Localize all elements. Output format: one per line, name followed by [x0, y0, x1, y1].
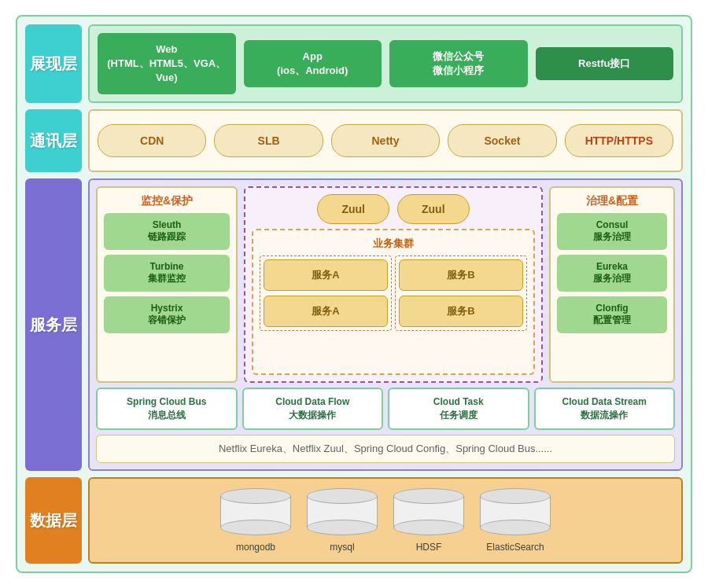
- comm-box-slb: SLB: [214, 124, 323, 157]
- monitor-sleuth: Sleuth链路跟踪: [104, 213, 230, 250]
- biz-serviceA-1: 服务A: [264, 259, 388, 291]
- comm-box-socket: Socket: [448, 124, 556, 157]
- presentation-layer-row: 展现层 Web(HTML、HTML5、VGA、Vue) App(ios、Andr…: [25, 24, 683, 103]
- db-mongodb: mongodb: [220, 488, 291, 553]
- db-elasticsearch: ElasticSearch: [480, 488, 551, 553]
- db-mysql-label: mysql: [330, 542, 354, 553]
- presentation-content: Web(HTML、HTML5、VGA、Vue) App(ios、Android)…: [88, 24, 683, 103]
- data-content: mongodb mysql HDSF: [88, 477, 683, 564]
- service-layer-row: 服务层 监控&保护 Sleuth链路跟踪 Turbine集群监控 Hystrix…: [25, 178, 683, 471]
- db-mongodb-bottom: [220, 520, 291, 535]
- service-top-area: 监控&保护 Sleuth链路跟踪 Turbine集群监控 Hystrix容错保护…: [96, 186, 675, 383]
- pres-box-restfu: Restfu接口: [536, 47, 674, 80]
- zuul-box-2: Zuul: [397, 194, 470, 224]
- gov-consul: Consul服务治理: [557, 213, 667, 250]
- db-hdsf-label: HDSF: [416, 542, 442, 553]
- gov-clonfig: Clonfig配置管理: [557, 296, 667, 333]
- db-mysql-top: [307, 488, 378, 504]
- cloud-tool-task: Cloud Task任务调度: [388, 388, 529, 430]
- communication-content: CDN SLB Netty Socket HTTP/HTTPS: [88, 109, 683, 172]
- db-mongodb-label: mongodb: [236, 542, 275, 553]
- zuul-row: Zuul Zuul: [252, 194, 535, 224]
- db-elasticsearch-label: ElasticSearch: [486, 542, 544, 553]
- comm-box-cdn: CDN: [98, 124, 206, 157]
- biz-grid: 服务A 服务A 服务B 服务B: [260, 255, 527, 331]
- cloud-tool-stream: Cloud Data Stream数据流操作: [534, 388, 676, 430]
- biz-serviceB-1: 服务B: [399, 259, 523, 291]
- pres-box-app: App(ios、Android): [244, 40, 382, 87]
- service-content: 监控&保护 Sleuth链路跟踪 Turbine集群监控 Hystrix容错保护…: [88, 178, 683, 471]
- architecture-diagram: 展现层 Web(HTML、HTML5、VGA、Vue) App(ios、Andr…: [16, 15, 692, 573]
- db-hdsf: HDSF: [393, 488, 464, 553]
- pres-box-web: Web(HTML、HTML5、VGA、Vue): [98, 33, 236, 95]
- db-mongodb-top: [220, 488, 291, 504]
- data-layer-label: 数据层: [25, 477, 82, 564]
- db-mysql-bottom: [307, 520, 378, 535]
- data-layer-row: 数据层 mongodb mysql: [25, 477, 683, 564]
- db-elasticsearch-bottom: [480, 520, 551, 535]
- db-hdsf-top: [393, 488, 464, 504]
- biz-serviceA-2: 服务A: [264, 296, 388, 327]
- cloud-tool-dataflow: Cloud Data Flow大数据操作: [242, 388, 384, 430]
- netflix-bar: Netflix Eureka、Netflix Zuul、Spring Cloud…: [96, 435, 675, 463]
- biz-col-a: 服务A 服务A: [260, 255, 392, 331]
- comm-box-http: HTTP/HTTPS: [565, 124, 673, 157]
- biz-serviceB-2: 服务B: [399, 296, 523, 327]
- presentation-layer-label: 展现层: [25, 24, 82, 103]
- governance-title: 治理&配置: [557, 194, 667, 208]
- communication-layer-row: 通讯层 CDN SLB Netty Socket HTTP/HTTPS: [25, 109, 683, 172]
- governance-section: 治理&配置 Consul服务治理 Eureka服务治理 Clonfig配置管理: [549, 186, 675, 383]
- cloud-tool-bus: Spring Cloud Bus消息总线: [96, 388, 238, 430]
- biz-cluster-title: 业务集群: [260, 237, 527, 251]
- monitor-turbine: Turbine集群监控: [104, 255, 230, 292]
- monitor-section: 监控&保护 Sleuth链路跟踪 Turbine集群监控 Hystrix容错保护: [96, 186, 238, 383]
- middle-section: Zuul Zuul 业务集群 服务A 服务A 服务B 服务B: [244, 186, 543, 383]
- db-hdsf-bottom: [393, 520, 464, 535]
- comm-box-netty: Netty: [331, 124, 440, 157]
- communication-layer-label: 通讯层: [25, 109, 82, 172]
- service-layer-label: 服务层: [25, 178, 82, 471]
- gov-eureka: Eureka服务治理: [557, 255, 667, 292]
- db-mysql: mysql: [307, 488, 378, 553]
- biz-col-b: 服务B 服务B: [395, 255, 527, 331]
- pres-box-wechat: 微信公众号微信小程序: [389, 40, 528, 87]
- monitor-hystrix: Hystrix容错保护: [104, 296, 230, 333]
- cloud-tools-row: Spring Cloud Bus消息总线 Cloud Data Flow大数据操…: [96, 388, 675, 430]
- db-elasticsearch-top: [480, 488, 551, 504]
- zuul-box-1: Zuul: [317, 194, 389, 224]
- biz-cluster: 业务集群 服务A 服务A 服务B 服务B: [252, 229, 535, 375]
- monitor-title: 监控&保护: [104, 194, 230, 208]
